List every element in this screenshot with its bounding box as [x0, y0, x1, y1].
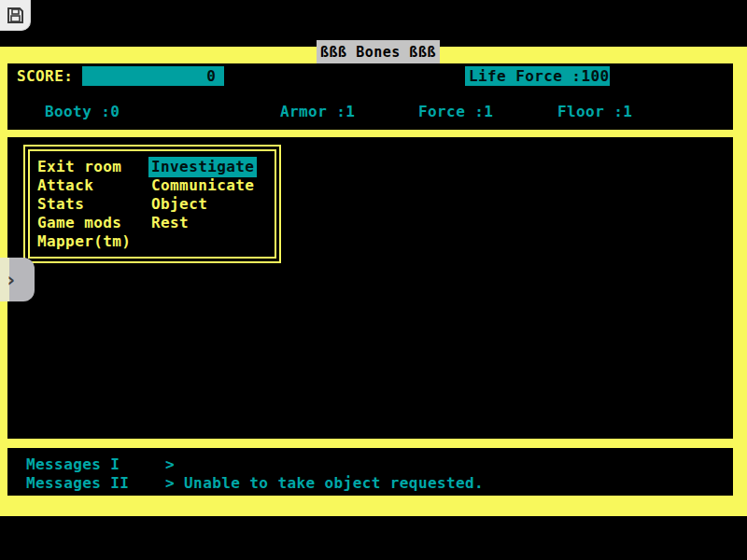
- floor-stat: Floor :1: [557, 103, 632, 120]
- drawer-expand-handle[interactable]: ›: [0, 258, 35, 301]
- chevron-right-icon: ›: [0, 270, 17, 290]
- menu-item-game-mods[interactable]: Game mods: [37, 214, 151, 231]
- menu-item-mapper[interactable]: Mapper(tm): [37, 232, 151, 250]
- menu-row: Game mods Rest: [37, 213, 275, 231]
- action-menu-inner: Exit room Investigate Attack Communicate…: [28, 149, 276, 259]
- floppy-disk-icon: [7, 7, 24, 24]
- menu-row: Exit room Investigate: [37, 157, 275, 175]
- main-panel: Exit room Investigate Attack Communicate…: [7, 137, 733, 439]
- menu-item-communicate[interactable]: Communicate: [151, 176, 254, 194]
- life-force-value: Life Force :100: [469, 67, 610, 85]
- menu-item-exit-room[interactable]: Exit room: [37, 158, 151, 175]
- menu-item-rest[interactable]: Rest: [151, 214, 189, 231]
- armor-stat: Armor :1: [280, 103, 355, 120]
- booty-stat: Booty :0: [45, 103, 120, 120]
- life-force-bar: Life Force :100: [465, 66, 610, 86]
- menu-row: Attack Communicate: [37, 175, 275, 194]
- menu-row: Stats Object: [37, 194, 275, 213]
- score-label: SCORE:: [17, 67, 73, 85]
- messages-2-text: > Unable to take object requested.: [165, 474, 484, 492]
- menu-item-object[interactable]: Object: [151, 195, 207, 213]
- game-title-bar: ßßß Bones ßßß: [317, 40, 440, 63]
- messages-1-prompt: >: [165, 455, 175, 473]
- menu-item-investigate[interactable]: Investigate: [148, 157, 257, 177]
- menu-item-stats[interactable]: Stats: [37, 195, 151, 213]
- score-value: 0: [206, 67, 216, 85]
- game-title: ßßß Bones ßßß: [320, 44, 436, 61]
- messages-1-label: Messages I: [26, 455, 120, 473]
- score-bar: 0: [82, 66, 224, 86]
- menu-item-attack[interactable]: Attack: [37, 176, 151, 194]
- save-button[interactable]: [0, 0, 31, 31]
- action-menu: Exit room Investigate Attack Communicate…: [23, 145, 281, 263]
- messages-2-label: Messages II: [26, 474, 129, 492]
- stats-panel: SCORE: 0 Life Force :100 Booty :0 Armor …: [7, 63, 733, 130]
- force-stat: Force :1: [418, 103, 493, 120]
- messages-panel: Messages I > Messages II > Unable to tak…: [7, 448, 733, 496]
- menu-row: Mapper(tm): [37, 231, 275, 250]
